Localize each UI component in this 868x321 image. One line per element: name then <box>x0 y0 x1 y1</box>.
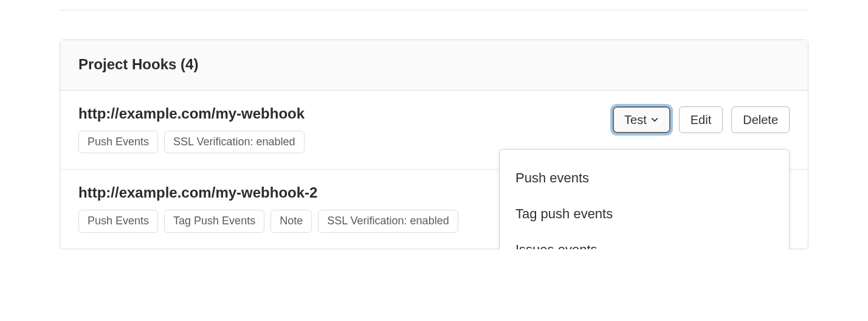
test-button-label: Test <box>624 111 647 128</box>
event-badge: SSL Verification: enabled <box>164 131 304 153</box>
top-divider <box>60 10 808 10</box>
project-hooks-panel: Project Hooks (4) http://example.com/my-… <box>60 40 808 249</box>
edit-button[interactable]: Edit <box>679 106 723 133</box>
event-badge: Tag Push Events <box>164 210 264 232</box>
edit-button-label: Edit <box>691 111 711 128</box>
test-button[interactable]: Test <box>613 106 670 133</box>
hook-row: http://example.com/my-webhook Push Event… <box>60 91 808 170</box>
event-badge: Note <box>270 210 312 232</box>
event-badge: Push Events <box>78 210 158 232</box>
event-badge: Push Events <box>78 131 158 153</box>
panel-title: Project Hooks (4) <box>78 56 790 73</box>
dropdown-item-push-events[interactable]: Push events <box>500 160 789 196</box>
delete-button-label: Delete <box>743 111 778 128</box>
test-dropdown-menu: Push events Tag push events Issues event… <box>499 149 790 249</box>
event-badge: SSL Verification: enabled <box>318 210 458 232</box>
hook-actions: Test Edit Delete Push events Tag push ev… <box>613 105 790 133</box>
panel-header: Project Hooks (4) <box>60 40 808 91</box>
delete-button[interactable]: Delete <box>731 106 790 133</box>
hook-info: http://example.com/my-webhook Push Event… <box>78 105 613 153</box>
chevron-down-icon <box>650 116 659 124</box>
dropdown-item-issues-events[interactable]: Issues events <box>500 232 789 249</box>
hook-url: http://example.com/my-webhook <box>78 105 613 122</box>
dropdown-item-tag-push-events[interactable]: Tag push events <box>500 196 789 232</box>
